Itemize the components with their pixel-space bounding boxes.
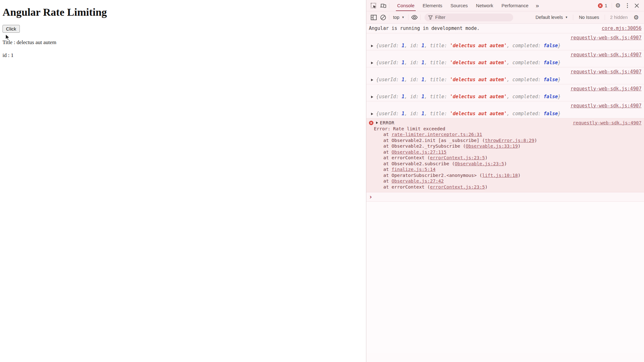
prompt-chevron-icon: › — [369, 194, 372, 200]
divider — [573, 14, 573, 20]
settings-gear-icon[interactable]: ⚙ — [613, 1, 623, 10]
tab-performance[interactable]: Performance — [497, 0, 533, 11]
more-tabs-icon[interactable]: » — [533, 2, 542, 9]
context-selector[interactable]: top ▼ — [391, 15, 407, 20]
stack-link[interactable]: rate-limiter.interceptor.ts:26:31 — [391, 132, 482, 137]
expand-triangle-icon[interactable] — [371, 62, 373, 64]
source-link[interactable]: requestly-web-sdk.js:4907 — [570, 103, 641, 109]
object-preview: {userId: 1, id: 1, title: 'delectus aut … — [376, 59, 561, 67]
object-preview: {userId: 1, id: 1, title: 'delectus aut … — [376, 93, 561, 101]
expand-triangle-icon[interactable] — [376, 122, 378, 124]
funnel-icon — [428, 15, 433, 20]
stack-frame: at errorContext (errorContext.js:23:5) — [369, 184, 641, 190]
stack-frame: at Observable.js:27:42 — [369, 178, 641, 184]
stack-pre: at OperatorSubscriber2.<anonymous> ( — [383, 173, 482, 178]
stack-link[interactable]: errorContext.js:23:5 — [430, 155, 485, 160]
console-settings-gear-icon[interactable]: ⚙ — [631, 13, 641, 21]
tab-console[interactable]: Console — [393, 0, 419, 11]
divider — [605, 14, 605, 20]
error-label: ERROR — [380, 120, 394, 126]
expand-triangle-icon[interactable] — [371, 79, 373, 81]
expand-triangle-icon[interactable] — [371, 45, 373, 47]
inspect-element-icon[interactable] — [369, 1, 378, 10]
console-info-message: Angular is running in development mode. … — [366, 24, 644, 33]
console-empty-area[interactable] — [366, 202, 644, 353]
device-toolbar-icon[interactable] — [378, 1, 388, 10]
divider — [389, 14, 389, 20]
stack-link[interactable]: Observable.js:27:115 — [391, 150, 447, 155]
divider — [612, 3, 612, 8]
log-levels-dropdown[interactable]: Default levels ▼ — [532, 15, 571, 20]
filter-input[interactable]: Filter — [425, 14, 513, 21]
tab-elements[interactable]: Elements — [419, 0, 447, 11]
page-title: Angular Rate Limiting — [3, 6, 364, 18]
stack-frame: at errorContext (errorContext.js:23:5) — [369, 155, 641, 161]
source-link[interactable]: requestly-web-sdk.js:4907 — [570, 69, 641, 75]
console-log-row: requestly-web-sdk.js:4907 {userId: 1, id… — [366, 33, 644, 50]
stack-post: ) — [485, 184, 488, 189]
chevron-down-icon: ▼ — [565, 16, 568, 19]
stack-link[interactable]: Observable.js:27:42 — [391, 178, 444, 184]
console-log-row: requestly-web-sdk.js:4907 {userId: 1, id… — [366, 101, 644, 118]
click-button[interactable]: Click — [3, 25, 20, 33]
stack-frame: at OperatorSubscriber2.<anonymous> (lift… — [369, 173, 641, 178]
app-page: Angular Rate Limiting Click Title : dele… — [0, 0, 366, 362]
stack-frame: at Observable2.subscribe (Observable.js:… — [369, 161, 641, 167]
stack-post: ) — [518, 173, 521, 178]
stack-link[interactable]: errorContext.js:23:5 — [430, 184, 485, 189]
console-log-row: requestly-web-sdk.js:4907 {userId: 1, id… — [366, 50, 644, 67]
devtools-tabbar: Console Elements Sources Network Perform… — [366, 0, 644, 11]
stack-pre: at Observable2.subscribe ( — [383, 161, 455, 166]
live-expression-eye-icon[interactable] — [410, 13, 419, 21]
mouse-cursor-icon — [5, 34, 12, 41]
stack-pre: at Observable2.init [as _subscribe] ( — [383, 138, 485, 143]
tab-sources[interactable]: Sources — [447, 0, 472, 11]
error-count-badge[interactable]: 1 — [598, 3, 607, 8]
stack-frame: at Observable2.init [as _subscribe] (thr… — [369, 138, 641, 144]
stack-pre: at — [383, 178, 391, 184]
console-log-row: requestly-web-sdk.js:4907 {userId: 1, id… — [366, 67, 644, 84]
stack-pre: at errorContext ( — [383, 155, 430, 160]
stack-link[interactable]: lift.js:10:18 — [482, 173, 518, 178]
source-link[interactable]: requestly-web-sdk.js:4907 — [570, 35, 641, 41]
stack-post: ) — [504, 161, 507, 166]
source-link[interactable]: requestly-web-sdk.js:4907 — [570, 52, 641, 58]
todo-id-text: id : 1 — [3, 52, 364, 59]
source-link[interactable]: core.mjs:30056 — [602, 25, 641, 32]
stack-post: ) — [534, 138, 537, 143]
console-toolbar: top ▼ Filter Default levels ▼ No Issues — [366, 11, 644, 24]
devtools-tabs: Console Elements Sources Network Perform… — [393, 0, 533, 11]
stack-link[interactable]: finalize.js:5:14 — [391, 167, 436, 172]
expand-triangle-icon[interactable] — [371, 96, 373, 98]
source-link[interactable]: requestly-web-sdk.js:4907 — [570, 86, 641, 92]
hidden-messages-count[interactable]: 2 hidden — [607, 15, 631, 20]
console-prompt[interactable]: › — [366, 192, 644, 202]
issues-counter[interactable]: No Issues — [575, 15, 603, 20]
error-message-text: Error: Rate limit exceeded — [369, 126, 641, 132]
stack-pre: at Observable2._trySubscribe ( — [383, 144, 466, 149]
expand-triangle-icon[interactable] — [371, 113, 373, 115]
log-container: requestly-web-sdk.js:4907 {userId: 1, id… — [366, 33, 644, 118]
source-link[interactable]: requestly-web-sdk.js:4907 — [573, 120, 641, 126]
stack-link[interactable]: throwError.js:8:29 — [485, 138, 534, 143]
tab-network[interactable]: Network — [472, 0, 497, 11]
error-count: 1 — [605, 3, 607, 8]
error-circle-icon — [598, 3, 603, 8]
divider — [420, 14, 421, 20]
console-sidebar-icon[interactable] — [369, 13, 378, 21]
log-levels-label: Default levels — [536, 15, 563, 20]
stack-frame: at Observable.js:27:115 — [369, 149, 641, 155]
divider — [408, 14, 408, 20]
stack-frame: at Observable2._trySubscribe (Observable… — [369, 143, 641, 149]
clear-console-icon[interactable] — [378, 13, 388, 21]
console-messages: Angular is running in development mode. … — [366, 24, 644, 353]
divider — [389, 3, 389, 8]
console-error-message: ERROR requestly-web-sdk.js:4907 Error: R… — [366, 118, 644, 192]
stack-link[interactable]: Observable.js:33:19 — [466, 144, 518, 149]
stack-link[interactable]: Observable.js:23:5 — [455, 161, 504, 166]
stack-pre: at — [383, 132, 391, 137]
kebab-menu-icon[interactable]: ⋮ — [623, 1, 632, 10]
close-devtools-icon[interactable] — [632, 1, 641, 10]
object-preview: {userId: 1, id: 1, title: 'delectus aut … — [376, 42, 561, 50]
stack-post: ) — [485, 155, 488, 160]
